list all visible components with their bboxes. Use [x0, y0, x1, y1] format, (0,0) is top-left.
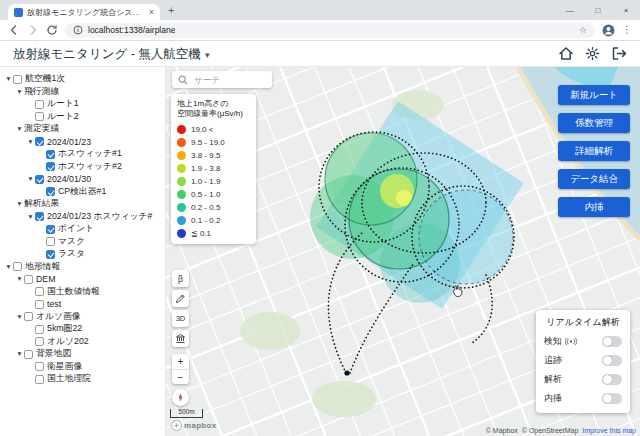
tree-checkbox[interactable] [35, 212, 44, 221]
tree-item[interactable]: ▼ 解析結果 [2, 198, 165, 211]
tree-item[interactable]: ▼ 国土地理院 [2, 373, 165, 386]
tree-item[interactable]: ▼ 5km圏22 [2, 323, 165, 336]
tree-expand-icon[interactable]: ▼ [26, 176, 35, 183]
attribution-mapbox-link[interactable]: © Mapbox [486, 427, 518, 434]
bookmark-star-icon[interactable]: ☆ [579, 26, 587, 35]
tree-checkbox[interactable] [35, 375, 44, 384]
window-minimize-icon[interactable]: — [556, 0, 584, 20]
mapbox-logo[interactable]: mapbox [171, 420, 216, 431]
tree-checkbox[interactable] [24, 275, 33, 284]
tree-expand-icon[interactable]: ▼ [15, 351, 24, 358]
tree-item[interactable]: ▼ ルート2 [2, 111, 165, 124]
toggle-switch[interactable] [602, 355, 622, 366]
tree-checkbox[interactable] [46, 187, 55, 196]
compass-button[interactable] [172, 389, 189, 406]
attribution-osm-link[interactable]: © OpenStreetMap [522, 427, 579, 434]
tree-checkbox[interactable] [35, 175, 44, 184]
tree-checkbox[interactable] [35, 337, 44, 346]
beta-tool-button[interactable]: β [172, 270, 189, 287]
tree-checkbox[interactable] [35, 137, 44, 146]
tree-expand-icon[interactable]: ▼ [15, 89, 24, 96]
settings-gear-icon[interactable] [585, 46, 600, 61]
back-icon[interactable] [8, 24, 20, 36]
buildings-tool-button[interactable] [172, 330, 189, 347]
tree-checkbox[interactable] [35, 100, 44, 109]
tree-expand-icon[interactable]: ▼ [26, 214, 35, 221]
tree-checkbox[interactable] [13, 262, 22, 271]
tree-checkbox[interactable] [46, 250, 55, 259]
tree-item[interactable]: ▼ ポイント [2, 223, 165, 236]
tree-item[interactable]: ▼ マスク [2, 236, 165, 249]
tree-item[interactable]: ▼ CP検出器#1 [2, 186, 165, 199]
toggle-switch[interactable] [602, 374, 622, 385]
tree-checkbox[interactable] [35, 325, 44, 334]
action-button[interactable]: 内挿 [558, 197, 630, 217]
tree-item[interactable]: ▼ ラスタ [2, 248, 165, 261]
action-button[interactable]: 詳細解析 [558, 141, 630, 161]
tree-item[interactable]: ▼ ルート1 [2, 98, 165, 111]
tree-expand-icon[interactable]: ▼ [15, 314, 24, 321]
tree-checkbox[interactable] [35, 112, 44, 121]
tree-checkbox[interactable] [46, 237, 55, 246]
browser-profile-icon[interactable] [602, 24, 615, 37]
logout-icon[interactable] [611, 46, 627, 61]
address-bar[interactable]: localhost:1338/airplane ☆ [65, 23, 595, 38]
tab-title: 放射線モニタリング統合システム [27, 7, 145, 18]
site-info-icon[interactable] [73, 21, 83, 39]
tree-item[interactable]: ▼ 航空機1次 [2, 73, 165, 86]
tree-item[interactable]: ▼ 2024/01/23 ホスウィッチ# [2, 211, 165, 224]
zoom-out-button[interactable]: − [172, 369, 189, 384]
tree-item[interactable]: ▼ オルソ画像 [2, 311, 165, 324]
tree-item[interactable]: ▼ ホスウィッチ#2 [2, 161, 165, 174]
tree-item[interactable]: ▼ 飛行測線 [2, 86, 165, 99]
map-container[interactable]: 地上1m高さの 空間線量率(μSv/h) 19.0 < 9.5 - 19.0 3… [166, 67, 640, 436]
forward-icon[interactable] [27, 24, 39, 36]
tree-item[interactable]: ▼ test [2, 298, 165, 311]
reload-icon[interactable] [46, 24, 58, 36]
three-d-button[interactable]: 3D [172, 310, 189, 327]
tree-expand-icon[interactable]: ▼ [15, 276, 24, 283]
attribution-improve-link[interactable]: Improve this map [582, 427, 636, 434]
tree-item[interactable]: ▼ 2024/01/23 [2, 136, 165, 149]
action-button[interactable]: 新規ルート [558, 85, 630, 105]
tree-checkbox[interactable] [24, 312, 33, 321]
tree-expand-icon[interactable]: ▼ [15, 126, 24, 133]
window-close-icon[interactable]: × [612, 0, 640, 20]
page-title-dropdown[interactable]: 放射線モニタリング - 無人航空機▾ [13, 44, 209, 63]
tree-item[interactable]: ▼ 2024/01/30 [2, 173, 165, 186]
map-search-box[interactable] [172, 71, 272, 88]
tab-close-icon[interactable]: × [149, 8, 154, 17]
tree-checkbox[interactable] [46, 150, 55, 159]
tree-expand-icon[interactable]: ▼ [4, 76, 13, 83]
zoom-in-button[interactable]: + [172, 354, 189, 369]
tree-checkbox[interactable] [35, 287, 44, 296]
tree-expand-icon[interactable]: ▼ [15, 201, 24, 208]
browser-menu-icon[interactable]: ⋮ [622, 25, 632, 35]
tree-checkbox[interactable] [46, 225, 55, 234]
tree-item[interactable]: ▼ 地形情報 [2, 261, 165, 274]
draw-pencil-button[interactable] [172, 290, 189, 307]
tree-item[interactable]: ▼ DEM [2, 273, 165, 286]
action-button[interactable]: 係数管理 [558, 113, 630, 133]
tree-checkbox[interactable] [46, 162, 55, 171]
tree-checkbox[interactable] [35, 362, 44, 371]
search-input[interactable] [192, 74, 266, 86]
tree-item[interactable]: ▼ 測定実績 [2, 123, 165, 136]
window-maximize-icon[interactable]: □ [584, 0, 612, 20]
tree-item[interactable]: ▼ ホスウィッチ#1 [2, 148, 165, 161]
tree-item[interactable]: ▼ オルソ202 [2, 336, 165, 349]
tree-checkbox[interactable] [35, 300, 44, 309]
action-button[interactable]: データ結合 [558, 169, 630, 189]
tree-expand-icon[interactable]: ▼ [26, 139, 35, 146]
browser-tab[interactable]: 放射線モニタリング統合システム × [8, 4, 160, 20]
tree-checkbox[interactable] [13, 75, 22, 84]
toggle-switch[interactable] [602, 336, 622, 347]
new-tab-button[interactable]: + [168, 4, 174, 16]
home-icon[interactable] [558, 46, 574, 61]
tree-item[interactable]: ▼ 衛星画像 [2, 361, 165, 374]
tree-expand-icon[interactable]: ▼ [4, 264, 13, 271]
tree-checkbox[interactable] [24, 350, 33, 359]
tree-item[interactable]: ▼ 背景地図 [2, 348, 165, 361]
tree-item[interactable]: ▼ 国土数値情報 [2, 286, 165, 299]
toggle-switch[interactable] [602, 393, 622, 404]
